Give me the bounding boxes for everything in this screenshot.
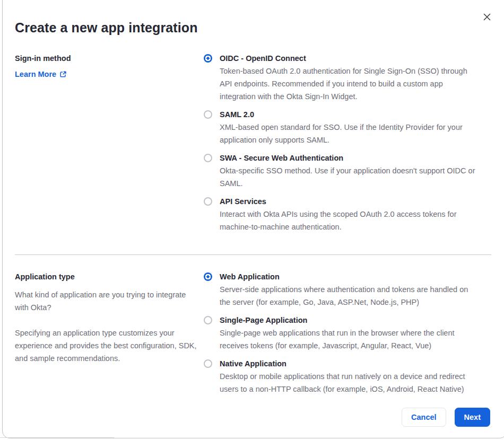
option-web-application-description: Server-side applications where authentic… [220,283,475,309]
radio-oidc[interactable] [204,54,212,63]
close-button[interactable] [482,12,492,22]
option-oidc-description: Token-based OAuth 2.0 authentication for… [220,65,475,103]
next-button[interactable]: Next [455,408,490,427]
option-swa: SWA - Secure Web Authentication Okta-spe… [204,152,475,190]
option-native-application-label[interactable]: Native Application [220,357,475,370]
option-oidc-text: OIDC - OpenID Connect Token-based OAuth … [220,52,475,103]
option-api-services-label[interactable]: API Services [220,195,475,208]
sign-in-method-section: Sign-in method Learn More OIDC - OpenID … [15,52,491,239]
create-app-integration-modal: Create a new app integration Sign-in met… [0,0,504,440]
application-type-help-1: What kind of application are you trying … [15,288,198,314]
application-type-section: Application type What kind of applicatio… [15,270,491,401]
option-single-page-application-text: Single-Page Application Single-page web … [220,314,475,352]
option-native-application-text: Native Application Desktop or mobile app… [220,357,475,395]
close-icon [483,13,491,21]
option-api-services-description: Interact with Okta APIs using the scoped… [220,208,475,233]
option-saml-label[interactable]: SAML 2.0 [220,108,475,121]
radio-web-application[interactable] [204,272,212,281]
sign-in-method-label: Sign-in method [15,52,198,65]
option-swa-text: SWA - Secure Web Authentication Okta-spe… [220,152,475,190]
sign-in-method-left: Sign-in method Learn More [15,52,204,79]
option-oidc-label[interactable]: OIDC - OpenID Connect [220,52,475,65]
option-saml-description: XML-based open standard for SSO. Use if … [220,121,475,146]
option-swa-description: Okta-specific SSO method. Use if your ap… [220,164,475,190]
modal-title: Create a new app integration [15,20,491,36]
cancel-button[interactable]: Cancel [402,408,446,427]
radio-single-page-application[interactable] [204,316,212,324]
modal-footer: Cancel Next [402,408,490,427]
external-link-icon [59,71,67,78]
option-single-page-application: Single-Page Application Single-page web … [204,314,475,352]
radio-api-services[interactable] [204,197,212,206]
option-saml-text: SAML 2.0 XML-based open standard for SSO… [220,108,475,146]
option-oidc: OIDC - OpenID Connect Token-based OAuth … [204,52,475,103]
option-single-page-application-label[interactable]: Single-Page Application [220,314,475,327]
learn-more-link[interactable]: Learn More [15,70,67,78]
application-type-help-2: Specifying an application type customize… [15,327,198,365]
option-swa-label[interactable]: SWA - Secure Web Authentication [220,152,475,164]
option-api-services: API Services Interact with Okta APIs usi… [204,195,475,233]
application-type-label: Application type [15,270,198,283]
option-web-application: Web Application Server-side applications… [204,270,475,309]
radio-saml[interactable] [204,110,212,119]
option-native-application-description: Desktop or mobile applications that run … [220,370,475,395]
option-api-services-text: API Services Interact with Okta APIs usi… [220,195,475,233]
option-single-page-application-description: Single-page web applications that run in… [220,327,475,352]
option-web-application-label[interactable]: Web Application [220,270,475,283]
radio-native-application[interactable] [204,359,212,368]
learn-more-label: Learn More [15,70,56,78]
option-web-application-text: Web Application Server-side applications… [220,270,475,309]
radio-swa[interactable] [204,154,212,162]
sign-in-method-options: OIDC - OpenID Connect Token-based OAuth … [204,52,475,239]
application-type-options: Web Application Server-side applications… [204,270,475,401]
option-saml: SAML 2.0 XML-based open standard for SSO… [204,108,475,146]
option-native-application: Native Application Desktop or mobile app… [204,357,475,395]
section-divider [15,254,491,255]
application-type-left: Application type What kind of applicatio… [15,270,204,365]
